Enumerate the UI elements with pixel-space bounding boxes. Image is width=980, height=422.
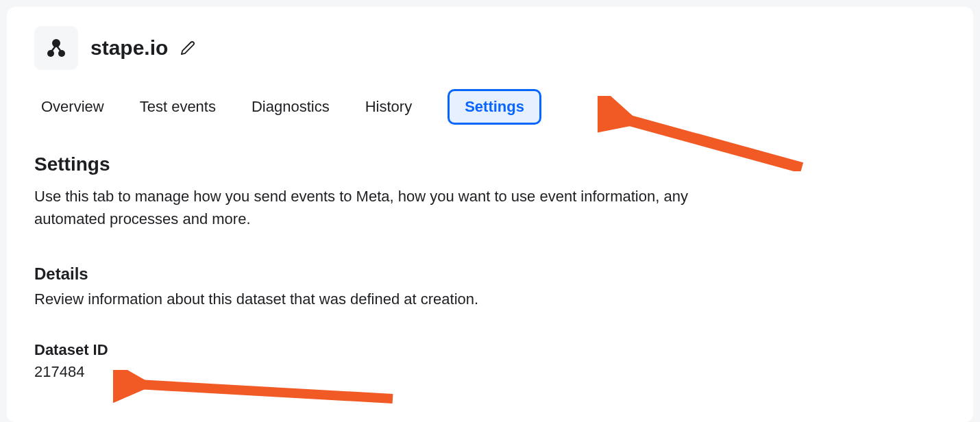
header-row: stape.io: [34, 26, 946, 70]
tab-overview[interactable]: Overview: [41, 92, 104, 121]
tab-settings[interactable]: Settings: [448, 89, 541, 125]
tabs-nav: Overview Test events Diagnostics History…: [34, 89, 946, 125]
tab-test-events[interactable]: Test events: [140, 92, 216, 121]
edit-icon[interactable]: [180, 40, 195, 55]
settings-card: stape.io Overview Test events Diagnostic…: [7, 7, 973, 422]
settings-heading: Settings: [34, 153, 946, 175]
svg-point-2: [58, 50, 65, 57]
details-description: Review information about this dataset th…: [34, 290, 946, 308]
settings-description: Use this tab to manage how you send even…: [34, 185, 692, 230]
details-heading: Details: [34, 264, 946, 284]
svg-line-6: [125, 384, 393, 399]
tab-history[interactable]: History: [365, 92, 412, 121]
dataset-title: stape.io: [90, 36, 168, 60]
svg-point-1: [47, 50, 54, 57]
dataset-id-label: Dataset ID: [34, 341, 946, 359]
dataset-icon: [34, 26, 78, 70]
tab-diagnostics[interactable]: Diagnostics: [252, 92, 330, 121]
dataset-id-value: 217484: [34, 363, 946, 381]
